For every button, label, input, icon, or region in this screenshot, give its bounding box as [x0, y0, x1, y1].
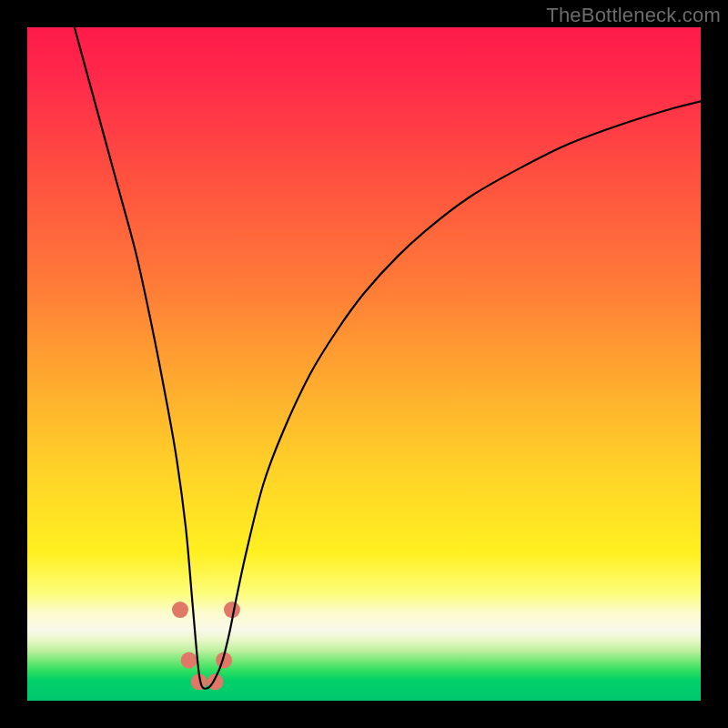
- curve-marker: [181, 652, 197, 669]
- chart-svg: [27, 27, 701, 701]
- bottleneck-curve: [75, 27, 701, 689]
- chart-plot-area: [27, 27, 701, 701]
- curve-marker: [172, 602, 188, 618]
- markers-group: [172, 602, 240, 690]
- watermark-text: TheBottleneck.com: [546, 4, 721, 27]
